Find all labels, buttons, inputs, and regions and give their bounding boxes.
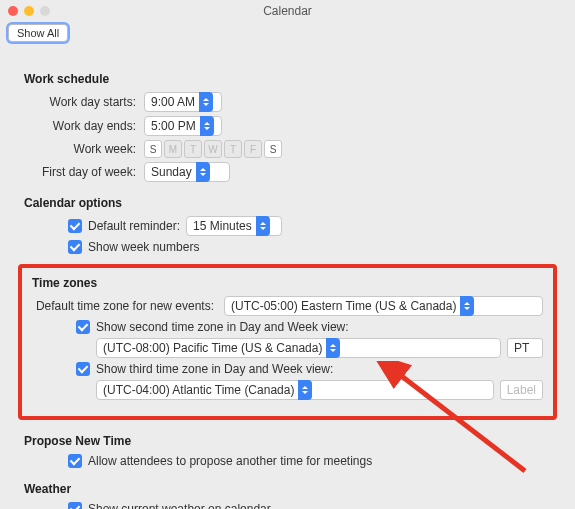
second-tz-select[interactable]: (UTC-08:00) Pacific Time (US & Canada) (96, 338, 501, 358)
stepper-icon (460, 296, 474, 316)
traffic-lights (8, 6, 50, 16)
preferences-content: Work schedule Work day starts: 9:00 AM W… (0, 48, 575, 509)
work-day-starts-select[interactable]: 9:00 AM (144, 92, 222, 112)
day-toggle-sun[interactable]: S (144, 140, 162, 158)
minimize-window-button[interactable] (24, 6, 34, 16)
day-toggle-mon[interactable]: M (164, 140, 182, 158)
section-time-zones: Time zones (32, 276, 543, 290)
preferences-window: Calendar Show All Work schedule Work day… (0, 0, 575, 509)
default-reminder-select[interactable]: 15 Minutes (186, 216, 282, 236)
first-day-select[interactable]: Sunday (144, 162, 230, 182)
stepper-icon (298, 380, 312, 400)
first-day-label: First day of week: (24, 165, 144, 179)
stepper-icon (326, 338, 340, 358)
section-propose-new-time: Propose New Time (24, 434, 551, 448)
propose-allow-checkbox[interactable] (68, 454, 82, 468)
second-tz-check-label: Show second time zone in Day and Week vi… (96, 320, 349, 334)
second-tz-checkbox[interactable] (76, 320, 90, 334)
default-reminder-label: Default reminder: (88, 219, 180, 233)
window-title: Calendar (0, 4, 575, 18)
day-toggle-sat[interactable]: S (264, 140, 282, 158)
close-window-button[interactable] (8, 6, 18, 16)
work-day-starts-label: Work day starts: (24, 95, 144, 109)
day-toggle-fri[interactable]: F (244, 140, 262, 158)
show-week-numbers-checkbox[interactable] (68, 240, 82, 254)
work-day-ends-select[interactable]: 5:00 PM (144, 116, 222, 136)
day-toggle-thu[interactable]: T (224, 140, 242, 158)
work-week-label: Work week: (24, 142, 144, 156)
default-tz-select[interactable]: (UTC-05:00) Eastern Time (US & Canada) (224, 296, 543, 316)
toolbar: Show All (0, 22, 575, 48)
day-toggle-wed[interactable]: W (204, 140, 222, 158)
titlebar: Calendar (0, 0, 575, 22)
weather-show-checkbox[interactable] (68, 502, 82, 509)
third-tz-checkbox[interactable] (76, 362, 90, 376)
third-tz-select[interactable]: (UTC-04:00) Atlantic Time (Canada) (96, 380, 494, 400)
stepper-icon (200, 116, 214, 136)
zoom-window-button[interactable] (40, 6, 50, 16)
default-tz-label: Default time zone for new events: (32, 299, 218, 313)
third-tz-label-input[interactable]: Label (500, 380, 543, 400)
second-tz-label-input[interactable]: PT (507, 338, 543, 358)
day-toggle-tue[interactable]: T (184, 140, 202, 158)
show-week-numbers-label: Show week numbers (88, 240, 199, 254)
show-all-button[interactable]: Show All (8, 24, 68, 42)
third-tz-check-label: Show third time zone in Day and Week vie… (96, 362, 333, 376)
section-work-schedule: Work schedule (24, 72, 551, 86)
section-weather: Weather (24, 482, 551, 496)
default-reminder-checkbox[interactable] (68, 219, 82, 233)
section-calendar-options: Calendar options (24, 196, 551, 210)
propose-allow-label: Allow attendees to propose another time … (88, 454, 372, 468)
weather-show-label: Show current weather on calendar (88, 502, 271, 509)
stepper-icon (196, 162, 210, 182)
stepper-icon (199, 92, 213, 112)
time-zones-section: Time zones Default time zone for new eve… (18, 264, 557, 420)
stepper-icon (256, 216, 270, 236)
work-week-days: S M T W T F S (144, 140, 282, 158)
work-day-ends-label: Work day ends: (24, 119, 144, 133)
